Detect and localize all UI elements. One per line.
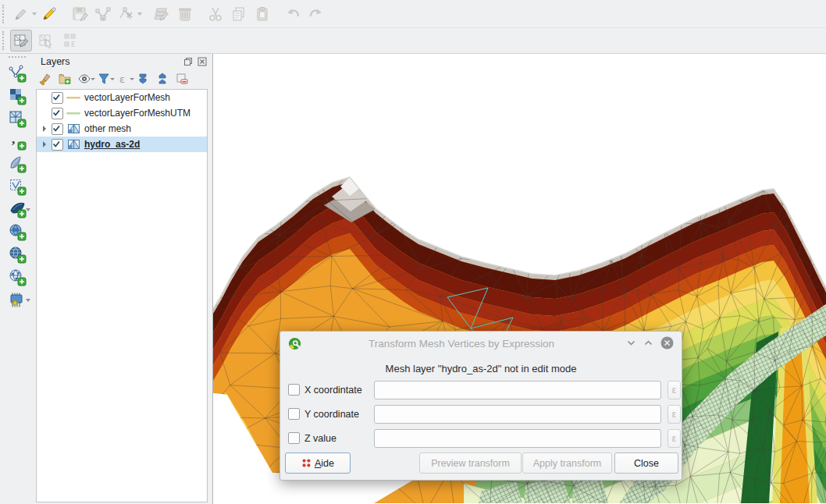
vertex-tool-current-layer-button (116, 3, 137, 25)
toolbar-grip[interactable] (9, 56, 26, 60)
close-panel-button[interactable] (197, 57, 207, 67)
mesh-digitizing-toolbar: ε (0, 28, 826, 54)
add-spatialite-layer-button[interactable] (5, 153, 29, 176)
add-delimited-text-layer-button[interactable]: , (5, 130, 29, 153)
layer-visibility-checkbox[interactable] (52, 108, 63, 119)
layer-row-hydro_as-2d[interactable]: hydro_as-2d (37, 137, 207, 152)
add-wfs-layer-button[interactable] (5, 266, 29, 289)
remove-layer-button[interactable] (175, 72, 189, 86)
layer-name: vectorLayerForMeshUTM (84, 108, 190, 119)
toolbar-grip[interactable] (2, 5, 6, 23)
filter-legend-button[interactable] (97, 72, 111, 86)
layers-panel-titlebar: Layers (34, 53, 211, 70)
dropdown-caret-icon (137, 12, 142, 16)
expander-icon[interactable] (39, 139, 50, 150)
x-expression-input[interactable] (374, 381, 661, 399)
add-virtual-layer-button[interactable] (5, 176, 29, 198)
svg-text:ε: ε (119, 73, 125, 85)
expression-builder-button: ε (668, 429, 681, 448)
add-raster-layer-button[interactable] (5, 85, 29, 108)
layers-panel: Layers ε vectorLayerForMeshvectorLayerFo… (34, 53, 211, 504)
delete-selected-button (174, 3, 196, 25)
layer-visibility-checkbox[interactable] (52, 139, 63, 151)
x-checkbox[interactable] (288, 384, 300, 396)
dialog-row-y-coordinate: Y coordinateε (288, 404, 675, 424)
dropdown-caret-icon (91, 78, 95, 80)
help-label: ide (321, 458, 334, 469)
add-virtual-raster-button[interactable] (5, 289, 29, 311)
expression-builder-button: ε (668, 405, 681, 424)
svg-text:,: , (12, 133, 15, 147)
dropdown-caret-icon (26, 299, 30, 302)
transform-mesh-vertices-button: ε (60, 30, 82, 51)
help-button[interactable]: Aide (285, 453, 351, 474)
mesh-layer-icon (66, 139, 80, 150)
dialog-titlebar[interactable]: Transform Mesh Vertices by Expression (280, 332, 682, 355)
y-expression-input[interactable] (374, 405, 661, 424)
float-panel-button[interactable] (183, 57, 193, 67)
layer-name: hydro_as-2d (84, 139, 140, 150)
toolbar-grip[interactable] (2, 31, 6, 50)
digitize-mesh-elements-button[interactable] (10, 30, 32, 51)
save-layer-edits-button (69, 3, 91, 25)
checkbox-label: Z value (304, 433, 336, 444)
dialog-message: Mesh layer "hydro_as-2d" not in edit mod… (280, 363, 682, 374)
layer-row-vectorlayerformesh[interactable]: vectorLayerForMesh (37, 90, 207, 105)
checkbox-label: X coordintate (304, 385, 362, 396)
float-icon (183, 57, 193, 66)
copy-features-button (228, 3, 250, 25)
layer-row-other-mesh[interactable]: other mesh (37, 121, 207, 137)
expander-icon[interactable] (39, 123, 50, 134)
add-vector-layer-button[interactable] (5, 62, 29, 85)
add-wms-layer-button[interactable] (5, 221, 29, 243)
dialog-button-row: Aide Preview transform Apply transform C… (280, 453, 682, 474)
line-symbol (66, 108, 80, 119)
select-mesh-elements-button (35, 30, 57, 51)
y-checkbox[interactable] (288, 408, 300, 420)
svg-text:ε: ε (71, 38, 76, 49)
close-window-button[interactable] (660, 336, 674, 350)
collapse-all-button[interactable] (155, 72, 169, 86)
close-button[interactable]: Close (614, 453, 678, 474)
layer-visibility-checkbox[interactable] (52, 123, 63, 135)
filter-by-expression-button[interactable]: ε (116, 72, 130, 86)
layer-visibility-checkbox[interactable] (52, 92, 63, 104)
add-group-button[interactable] (58, 72, 72, 86)
z-expression-input[interactable] (374, 429, 661, 448)
mesh-layer-icon (66, 123, 80, 134)
modify-attributes-button (151, 3, 173, 25)
dropdown-caret-icon (32, 12, 37, 16)
layer-row-vectorlayerformeshutm[interactable]: vectorLayerForMeshUTM (37, 105, 207, 121)
manage-map-themes-button[interactable] (77, 72, 91, 86)
z-checkbox[interactable] (288, 432, 300, 444)
expand-all-button[interactable] (136, 72, 150, 86)
apply-transform-button: Apply transform (522, 453, 612, 474)
checkbox-label: Y coordinate (304, 409, 359, 420)
dialog-row-z-value: Z valueε (288, 428, 675, 448)
close-icon (198, 57, 207, 66)
redo-button (305, 3, 327, 25)
help-icon (301, 458, 312, 468)
layers-panel-toolbar: ε (34, 70, 211, 87)
shade-window-button[interactable] (626, 338, 636, 348)
add-point-cloud-layer-button[interactable] (5, 198, 29, 221)
dropdown-caret-icon (26, 208, 30, 211)
add-mesh-layer-button[interactable] (5, 108, 29, 130)
vertex-tool-all-layers-button (92, 3, 114, 25)
toggle-editing-button[interactable] (38, 3, 60, 25)
current-edits-button (10, 3, 32, 25)
layers-panel-title: Layers (41, 56, 183, 67)
digitizing-toolbar (0, 0, 826, 28)
dropdown-caret-icon (130, 78, 134, 80)
manage-layers-toolbar: , (0, 53, 34, 504)
add-wcs-layer-button[interactable] (5, 243, 29, 266)
qgis-logo-icon (288, 337, 301, 350)
undo-button (282, 3, 304, 25)
transform-mesh-vertices-dialog: Transform Mesh Vertices by Expression Me… (279, 331, 682, 481)
expression-builder-button: ε (668, 381, 681, 399)
maximize-window-button[interactable] (643, 338, 653, 348)
layer-name: other mesh (84, 123, 131, 134)
layer-name: vectorLayerForMesh (84, 92, 170, 103)
open-layer-styling-button[interactable] (38, 72, 52, 86)
preview-transform-button: Preview transform (419, 453, 522, 474)
